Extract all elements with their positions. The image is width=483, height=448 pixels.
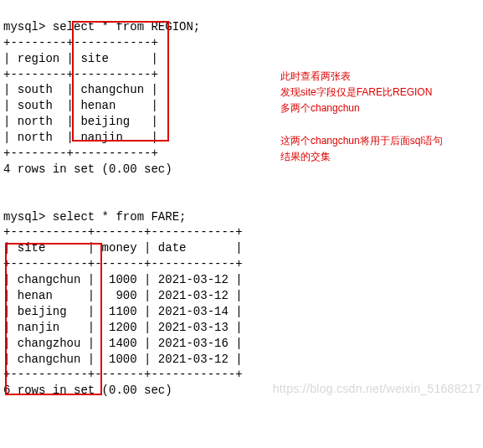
region-sep-bot: +--------+-----------+ <box>3 147 158 160</box>
fare-row: | nanjin | 1200 | 2021-03-13 | <box>3 321 243 334</box>
region-sep-mid: +--------+-----------+ <box>3 68 158 81</box>
fare-sep-top: +-----------+-------+------------+ <box>3 225 243 239</box>
watermark: https://blog.csdn.net/weixin_51688217 <box>273 381 481 397</box>
fare-row: | changchun | 1000 | 2021-03-12 | <box>3 353 243 366</box>
region-footer: 4 rows in set (0.00 sec) <box>3 162 172 176</box>
fare-sep-bot: +-----------+-------+------------+ <box>3 368 243 381</box>
region-sep-top: +--------+-----------+ <box>3 36 158 49</box>
fare-header: | site | money | date | <box>3 241 243 255</box>
fare-row: | changchun | 1000 | 2021-03-12 | <box>3 273 243 286</box>
fare-row: | henan | 900 | 2021-03-12 | <box>3 289 243 302</box>
fare-row: | beijing | 1100 | 2021-03-14 | <box>3 305 243 318</box>
annotation-line: 多两个changchun <box>280 102 360 114</box>
region-header: | region | site | <box>3 52 158 65</box>
region-prompt: mysql> select * from REGION; <box>3 20 200 33</box>
fare-prompt: mysql> select * from FARE; <box>3 210 186 224</box>
annotation-line: 此时查看两张表 <box>280 70 351 82</box>
region-row: | south | changchun | <box>3 83 158 96</box>
fare-sep-mid: +-----------+-------+------------+ <box>3 257 243 270</box>
fare-footer: 6 rows in set (0.00 sec) <box>3 384 172 397</box>
annotation-block: 此时查看两张表 发现site字段仅是FARE比REGION 多两个changch… <box>280 69 473 165</box>
region-row: | south | henan | <box>3 99 158 112</box>
annotation-line: 这两个changchun将用于后面sql语句 <box>280 135 443 147</box>
region-row: | north | nanjin | <box>3 131 158 144</box>
terminal-output: mysql> select * from REGION; +--------+-… <box>3 3 483 399</box>
annotation-line: 结果的交集 <box>280 151 331 162</box>
region-row: | north | beijing | <box>3 115 158 128</box>
fare-row: | changzhou | 1400 | 2021-03-16 | <box>3 337 243 350</box>
annotation-line: 发现site字段仅是FARE比REGION <box>280 86 432 98</box>
